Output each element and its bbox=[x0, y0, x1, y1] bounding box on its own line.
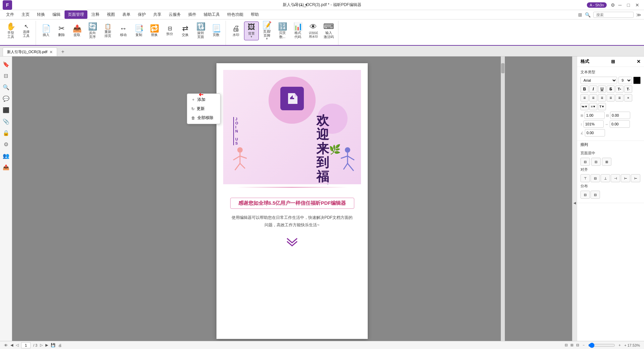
settings-icon[interactable]: ⚙ bbox=[611, 2, 615, 8]
menu-file[interactable]: 文件 bbox=[3, 10, 17, 19]
delete-button[interactable]: ✂ 删除 bbox=[54, 22, 69, 40]
distribute-vertical-button[interactable]: ⊟ bbox=[591, 191, 600, 199]
menu-page-manage[interactable]: 页面管理 bbox=[65, 10, 87, 19]
distribute-horizontal-button[interactable]: ⊟ bbox=[580, 191, 590, 199]
align-left-obj-button[interactable]: ⊣ bbox=[611, 174, 620, 182]
menu-cloud[interactable]: 云服务 bbox=[165, 10, 184, 19]
sidebar-group[interactable]: 👥 bbox=[1, 151, 11, 161]
sidebar-thumbnails[interactable]: ⊟ bbox=[1, 71, 11, 81]
reverse-button[interactable]: 🔄 反向页序 bbox=[85, 22, 100, 40]
superscript-button[interactable]: T+ bbox=[615, 85, 623, 93]
underline-button[interactable]: U bbox=[598, 85, 606, 93]
align-right-button[interactable]: ≡ bbox=[598, 94, 606, 102]
sidebar-layers[interactable]: ⬛ bbox=[1, 105, 11, 115]
align-distribute-button[interactable]: ≡ bbox=[615, 94, 623, 102]
menu-convert[interactable]: 转换 bbox=[34, 10, 48, 19]
hand-tool-button[interactable]: ✋ 手型工具 bbox=[3, 22, 18, 40]
strikethrough-button[interactable]: S bbox=[607, 85, 615, 93]
copy-button[interactable]: 📑 复制 bbox=[131, 22, 146, 40]
align-right-obj-button[interactable]: ⊢ bbox=[631, 174, 640, 182]
view-mode-1[interactable]: ⊟ bbox=[565, 343, 568, 347]
italic-button[interactable]: I bbox=[589, 85, 597, 93]
align-center-obj-button[interactable]: ⊢ bbox=[621, 174, 630, 182]
list-ordered-button[interactable]: ≡▼ bbox=[589, 103, 597, 110]
center-vertical-button[interactable]: ⊟ bbox=[591, 158, 601, 166]
vertical-scrollbar[interactable] bbox=[501, 56, 505, 349]
header-footer-button[interactable]: 📝 页眉/页脚 ▼ bbox=[259, 22, 274, 40]
menu-edit[interactable]: 编辑 bbox=[49, 10, 64, 19]
text-direction-button[interactable]: T▼ bbox=[598, 103, 606, 110]
tab-add-button[interactable]: + bbox=[58, 47, 67, 56]
rotate-button[interactable]: 🔃 旋转页面 bbox=[193, 22, 208, 40]
move-button[interactable]: ↔ 移动 bbox=[116, 22, 131, 40]
angle-input[interactable] bbox=[585, 129, 605, 137]
ctx-remove-all[interactable]: 🗑 全部移除 bbox=[187, 113, 220, 122]
background-button[interactable]: 🖼 背景 ▼ bbox=[244, 22, 259, 40]
sidebar-comment[interactable]: 💬 bbox=[1, 93, 11, 104]
page-nav-prev[interactable]: ◀ bbox=[10, 343, 13, 347]
align-chinese-button[interactable]: ≡ bbox=[624, 94, 632, 102]
zoom-in-button[interactable]: ＋ bbox=[618, 343, 621, 348]
align-bottom-button[interactable]: ⊥ bbox=[601, 174, 610, 182]
sidebar-attach[interactable]: 📎 bbox=[1, 116, 11, 126]
view-mode-3[interactable]: ⊟ bbox=[576, 343, 579, 347]
menu-plugin[interactable]: 插件 bbox=[185, 10, 200, 19]
ctx-refresh[interactable]: ↻ 更新 bbox=[187, 104, 220, 113]
align-center-button[interactable]: ≡ bbox=[589, 94, 597, 102]
print-button[interactable]: 🖨 水印 bbox=[229, 22, 243, 40]
zoom-out-button[interactable]: － bbox=[582, 343, 586, 348]
save-icon[interactable]: 💾 bbox=[51, 343, 55, 347]
maximize-button[interactable]: □ bbox=[625, 2, 632, 8]
panel-close-button[interactable]: ✕ bbox=[637, 59, 641, 64]
search-input[interactable] bbox=[593, 12, 634, 18]
page-nav-prev2[interactable]: ◁ bbox=[16, 343, 18, 347]
view-mode-2[interactable]: ⊞ bbox=[570, 343, 573, 347]
sidebar-search[interactable]: 🔍 bbox=[1, 82, 11, 92]
pages-button[interactable]: 📃 页数 bbox=[209, 22, 224, 40]
reorder-button[interactable]: 📋 重新排页 bbox=[100, 22, 115, 40]
menu-protect[interactable]: 保护 bbox=[134, 10, 149, 19]
expand-icon[interactable]: ≫ bbox=[636, 12, 641, 17]
exchange-button[interactable]: ⇄ 交换 bbox=[178, 22, 193, 40]
left-indent-input[interactable] bbox=[585, 112, 605, 119]
bold-button[interactable]: B bbox=[580, 85, 589, 93]
bates-button[interactable]: 🔢 贝茨数... bbox=[275, 22, 290, 40]
watermark-recognize-button[interactable]: 👁 识别试用水印 bbox=[306, 22, 321, 40]
zoom-slider[interactable] bbox=[588, 343, 615, 348]
page-nav-next2[interactable]: ▶ bbox=[45, 343, 48, 347]
close-button[interactable]: ✕ bbox=[633, 2, 641, 8]
center-horizontal-button[interactable]: ⊟ bbox=[580, 158, 590, 166]
extract-button[interactable]: 📤 提取 bbox=[70, 22, 84, 40]
sidebar-export[interactable]: 📤 bbox=[1, 162, 11, 172]
center-both-button[interactable]: ⊞ bbox=[602, 158, 611, 166]
menu-share[interactable]: 共享 bbox=[150, 10, 165, 19]
collapse-panel-button[interactable]: ◀ bbox=[572, 56, 577, 349]
align-top-button[interactable]: ⊤ bbox=[580, 174, 590, 182]
select-tool-button[interactable]: ↖ 选择工具 bbox=[19, 22, 34, 40]
line-spacing-input[interactable] bbox=[583, 120, 604, 128]
sidebar-security[interactable]: 🔒 bbox=[1, 128, 11, 138]
page-nav-next[interactable]: ▷ bbox=[40, 343, 43, 347]
insert-button[interactable]: 📄 插入 bbox=[39, 22, 53, 40]
ctx-add[interactable]: ＋ 添加 bbox=[187, 95, 220, 104]
background-dropdown-arrow[interactable]: ▼ bbox=[250, 36, 253, 38]
tab-close-button[interactable]: ✕ bbox=[49, 50, 53, 54]
menu-form[interactable]: 表单 bbox=[119, 10, 134, 19]
print-status-icon[interactable]: 🖨 bbox=[58, 343, 62, 347]
align-middle-button[interactable]: ⊟ bbox=[591, 174, 600, 182]
minimize-button[interactable]: ─ bbox=[616, 2, 624, 8]
menu-view[interactable]: 视图 bbox=[104, 10, 118, 19]
tab-pdf[interactable]: 新人引导(1)_OCR(3).pdf ✕ bbox=[3, 47, 57, 56]
list-unordered-button[interactable]: ≔▼ bbox=[580, 103, 589, 110]
panel-view-toggle[interactable]: ⊞ bbox=[611, 59, 615, 64]
color-picker[interactable] bbox=[633, 77, 641, 84]
font-size-select[interactable]: 9 bbox=[618, 77, 632, 84]
menu-assist[interactable]: 辅助工具 bbox=[200, 10, 223, 19]
scrollbar-thumb[interactable] bbox=[501, 63, 505, 73]
format-code-button[interactable]: 📊 格式代码 bbox=[290, 22, 305, 40]
header-footer-arrow[interactable]: ▼ bbox=[266, 38, 268, 40]
sidebar-settings[interactable]: ⚙ bbox=[1, 139, 11, 149]
subscript-button[interactable]: T- bbox=[624, 85, 632, 93]
right-indent-input[interactable] bbox=[610, 112, 630, 119]
sidebar-bookmark[interactable]: 🔖 bbox=[1, 59, 11, 69]
